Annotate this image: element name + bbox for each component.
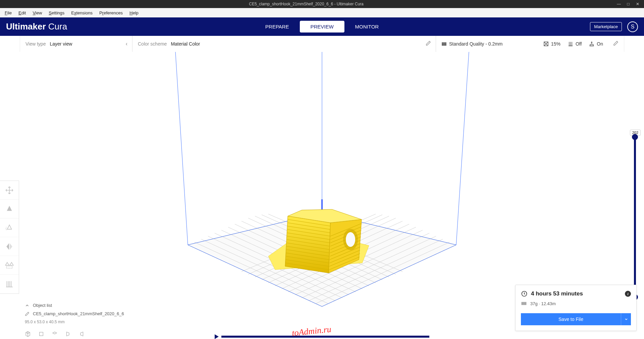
tool-move[interactable] xyxy=(0,181,19,200)
chevron-left-icon[interactable]: ‹ xyxy=(126,41,127,47)
svg-line-32 xyxy=(456,52,469,245)
view-right-icon[interactable] xyxy=(78,331,85,337)
save-to-file-button[interactable]: Save to File xyxy=(521,313,621,325)
filament-icon xyxy=(521,300,527,307)
tab-prepare[interactable]: PREPARE xyxy=(255,21,300,32)
left-toolbar xyxy=(0,181,19,294)
adhesion-setting: On xyxy=(589,41,603,47)
tab-monitor[interactable]: MONITOR xyxy=(344,21,390,32)
menu-preferences[interactable]: Preferences xyxy=(96,9,126,17)
svg-rect-4 xyxy=(590,44,593,46)
simulation-play-button[interactable] xyxy=(215,334,219,339)
support-setting: Off xyxy=(568,41,582,47)
tool-rotate[interactable] xyxy=(0,218,19,237)
menubar: File Edit View Settings Extensions Prefe… xyxy=(0,8,644,17)
print-time: 4 hours 53 minutes xyxy=(531,290,583,297)
view-front-icon[interactable] xyxy=(38,331,44,337)
tool-scale[interactable] xyxy=(0,200,19,218)
viewtype-label: View type xyxy=(25,41,46,47)
svg-marker-38 xyxy=(285,216,330,273)
view-top-icon[interactable] xyxy=(52,331,58,337)
clock-icon xyxy=(521,290,528,297)
colorscheme-selector[interactable]: Color scheme Material Color xyxy=(132,36,436,52)
colorscheme-value: Material Color xyxy=(171,41,200,47)
save-dropdown-button[interactable] xyxy=(621,313,631,325)
object-list-toggle[interactable]: Object list xyxy=(25,303,124,308)
infill-setting: 15% xyxy=(543,41,560,47)
tab-preview[interactable]: PREVIEW xyxy=(300,21,344,32)
view-left-icon[interactable] xyxy=(65,331,71,337)
print-material: 37g · 12.43m xyxy=(530,301,556,306)
app-header: Ultimaker Cura PREPARE PREVIEW MONITOR M… xyxy=(0,17,644,36)
menu-help[interactable]: Help xyxy=(126,9,142,17)
object-dimensions: 95.0 x 53.0 x 40.5 mm xyxy=(25,320,124,324)
marketplace-button[interactable]: Marketplace xyxy=(590,22,622,31)
info-icon[interactable]: i xyxy=(625,291,631,297)
colorscheme-label: Color scheme xyxy=(138,41,167,47)
maximize-icon[interactable]: □ xyxy=(626,2,631,6)
tool-per-model[interactable] xyxy=(0,256,19,275)
tool-mirror[interactable] xyxy=(0,237,19,256)
app-logo: Ultimaker Cura xyxy=(6,21,67,32)
layer-slider-handle-top[interactable] xyxy=(632,134,638,140)
svg-rect-68 xyxy=(40,332,43,336)
close-icon[interactable]: ✕ xyxy=(635,2,640,6)
menu-edit[interactable]: Edit xyxy=(15,9,29,17)
print-info-panel: 4 hours 53 minutes i 37g · 12.43m Save t… xyxy=(515,285,637,331)
tool-support-blocker[interactable] xyxy=(0,275,19,293)
object-item[interactable]: CE5_clamp_shortHook_21mmShelf_2020_6_6 xyxy=(25,311,124,316)
window-titlebar: CE5_clamp_shortHook_21mmShelf_2020_6_6 -… xyxy=(0,0,644,8)
print-settings[interactable]: Standard Quality - 0.2mm 15% Off On xyxy=(436,36,624,52)
viewtype-value: Layer view xyxy=(50,41,72,47)
viewtype-selector[interactable]: View type Layer view ‹ xyxy=(20,36,132,52)
pencil-icon[interactable] xyxy=(613,41,619,47)
view-3d-icon[interactable] xyxy=(25,331,31,337)
menu-view[interactable]: View xyxy=(29,9,45,17)
svg-rect-0 xyxy=(442,43,446,43)
menu-settings[interactable]: Settings xyxy=(45,9,68,17)
object-info: Object list CE5_clamp_shortHook_21mmShel… xyxy=(25,303,124,324)
config-bar: View type Layer view ‹ Color scheme Mate… xyxy=(20,36,624,52)
menu-file[interactable]: File xyxy=(1,9,15,17)
user-avatar[interactable]: S xyxy=(627,21,638,32)
svg-point-67 xyxy=(346,232,355,247)
chevron-down-icon xyxy=(624,317,628,321)
svg-rect-2 xyxy=(442,45,446,46)
svg-rect-1 xyxy=(442,44,446,44)
viewport[interactable]: 202 Object list CE5_clamp_shortHook_21mm… xyxy=(0,52,644,339)
view-toolbar xyxy=(25,331,85,337)
minimize-icon[interactable]: — xyxy=(616,2,621,6)
simulation-slider[interactable] xyxy=(221,336,429,338)
svg-line-31 xyxy=(175,52,188,245)
window-title: CE5_clamp_shortHook_21mmShelf_2020_6_6 -… xyxy=(0,2,612,6)
pencil-icon[interactable] xyxy=(426,41,431,47)
quality-setting: Standard Quality - 0.2mm xyxy=(441,41,503,47)
layer-slider[interactable] xyxy=(634,135,636,299)
menu-extensions[interactable]: Extensions xyxy=(68,9,96,17)
